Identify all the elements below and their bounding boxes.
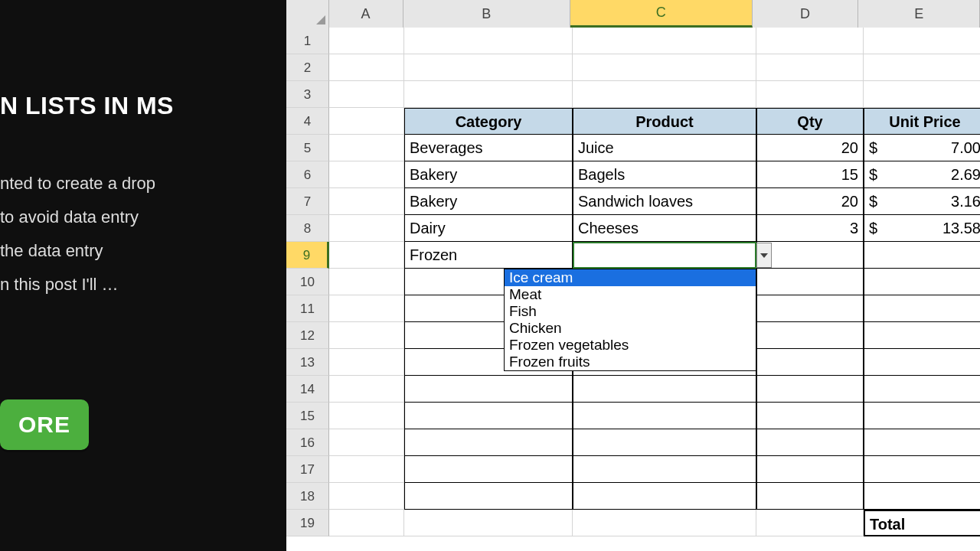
cell-product[interactable] [573, 456, 756, 483]
cell[interactable] [329, 188, 404, 215]
cell-unit-price[interactable]: $13.58 [864, 215, 980, 242]
cell[interactable] [329, 28, 404, 54]
cell[interactable] [864, 54, 980, 81]
col-header-d[interactable]: D [753, 0, 859, 28]
cell[interactable] [329, 429, 404, 456]
cell-qty[interactable]: 20 [756, 135, 864, 161]
cell-product[interactable] [573, 429, 756, 456]
cell[interactable] [329, 403, 404, 429]
cell-category[interactable]: Bakery [404, 161, 573, 188]
active-cell-product-dropdown[interactable] [573, 242, 756, 269]
cell[interactable] [404, 28, 573, 54]
cell[interactable] [404, 510, 573, 536]
dropdown-item[interactable]: Ice cream [505, 269, 756, 286]
cell-product[interactable] [573, 483, 756, 510]
cell-unit-price[interactable] [864, 429, 980, 456]
row-header-14[interactable]: 14 [286, 376, 329, 403]
cell-qty[interactable]: 20 [756, 188, 864, 215]
cell-qty[interactable] [756, 429, 864, 456]
cell[interactable] [573, 54, 756, 81]
cell[interactable] [329, 54, 404, 81]
row-header-13[interactable]: 13 [286, 349, 329, 376]
cell[interactable] [404, 81, 573, 108]
cell-unit-price[interactable]: $7.00 [864, 135, 980, 161]
cell[interactable] [329, 135, 404, 161]
row-header-1[interactable]: 1 [286, 28, 329, 54]
cell-unit-price[interactable] [864, 483, 980, 510]
cell-unit-price[interactable] [864, 376, 980, 403]
cell[interactable] [329, 483, 404, 510]
cell[interactable] [573, 81, 756, 108]
cell-qty[interactable] [756, 242, 864, 269]
cell-category[interactable]: Bakery [404, 188, 573, 215]
header-qty[interactable]: Qty [756, 108, 864, 135]
dropdown-item[interactable]: Frozen vegetables [505, 337, 756, 354]
read-more-button[interactable]: ORE [0, 399, 89, 450]
cell-qty[interactable] [756, 483, 864, 510]
cell-unit-price[interactable] [864, 349, 980, 376]
row-header-10[interactable]: 10 [286, 269, 329, 295]
row-header-19[interactable]: 19 [286, 510, 329, 536]
select-all-corner[interactable] [286, 0, 329, 28]
cell[interactable] [756, 54, 864, 81]
row-header-6[interactable]: 6 [286, 161, 329, 188]
cell[interactable] [864, 81, 980, 108]
cell-category[interactable] [404, 403, 573, 429]
header-category[interactable]: Category [404, 108, 573, 135]
cell-unit-price[interactable] [864, 403, 980, 429]
row-header-2[interactable]: 2 [286, 54, 329, 81]
cell-qty[interactable] [756, 269, 864, 295]
cell-qty[interactable]: 3 [756, 215, 864, 242]
cell-category[interactable] [404, 456, 573, 483]
cell-unit-price[interactable] [864, 295, 980, 322]
cell-category[interactable] [404, 376, 573, 403]
row-header-3[interactable]: 3 [286, 81, 329, 108]
row-header-15[interactable]: 15 [286, 403, 329, 429]
cell-qty[interactable] [756, 349, 864, 376]
cell-qty[interactable] [756, 376, 864, 403]
cell-product[interactable]: Cheeses [573, 215, 756, 242]
cell-qty[interactable] [756, 322, 864, 349]
cell[interactable] [756, 28, 864, 54]
col-header-b[interactable]: B [403, 0, 570, 28]
cell-category[interactable]: Dairy [404, 215, 573, 242]
cell[interactable] [864, 28, 980, 54]
cell-product[interactable]: Sandwich loaves [573, 188, 756, 215]
cell-qty[interactable] [756, 456, 864, 483]
dropdown-item[interactable]: Meat [505, 286, 756, 303]
cell[interactable] [329, 456, 404, 483]
cell[interactable] [329, 295, 404, 322]
dropdown-item[interactable]: Chicken [505, 320, 756, 337]
cell[interactable] [573, 28, 756, 54]
cell-category[interactable]: Frozen [404, 242, 573, 269]
cell-product[interactable]: Bagels [573, 161, 756, 188]
header-unit-price[interactable]: Unit Price [864, 108, 980, 135]
cell[interactable] [329, 108, 404, 135]
cell-unit-price[interactable]: $2.69 [864, 161, 980, 188]
cell[interactable] [756, 81, 864, 108]
dropdown-item[interactable]: Frozen fruits [505, 354, 756, 370]
cell-product[interactable] [573, 376, 756, 403]
cell[interactable] [329, 81, 404, 108]
row-header-5[interactable]: 5 [286, 135, 329, 161]
header-product[interactable]: Product [573, 108, 756, 135]
col-header-e[interactable]: E [858, 0, 980, 28]
dropdown-item[interactable]: Fish [505, 303, 756, 320]
row-header-11[interactable]: 11 [286, 295, 329, 322]
row-header-17[interactable]: 17 [286, 456, 329, 483]
cell[interactable] [573, 510, 756, 536]
cell-category[interactable]: Beverages [404, 135, 573, 161]
row-header-16[interactable]: 16 [286, 429, 329, 456]
row-header-12[interactable]: 12 [286, 322, 329, 349]
cell-unit-price[interactable] [864, 322, 980, 349]
cell[interactable] [329, 161, 404, 188]
cell-product[interactable] [573, 403, 756, 429]
col-header-a[interactable]: A [329, 0, 403, 28]
cell-category[interactable] [404, 429, 573, 456]
cell-category[interactable] [404, 483, 573, 510]
cell-unit-price[interactable]: $3.16 [864, 188, 980, 215]
row-header-4[interactable]: 4 [286, 108, 329, 135]
cell[interactable] [329, 322, 404, 349]
cell[interactable] [329, 376, 404, 403]
cell[interactable] [329, 242, 404, 269]
